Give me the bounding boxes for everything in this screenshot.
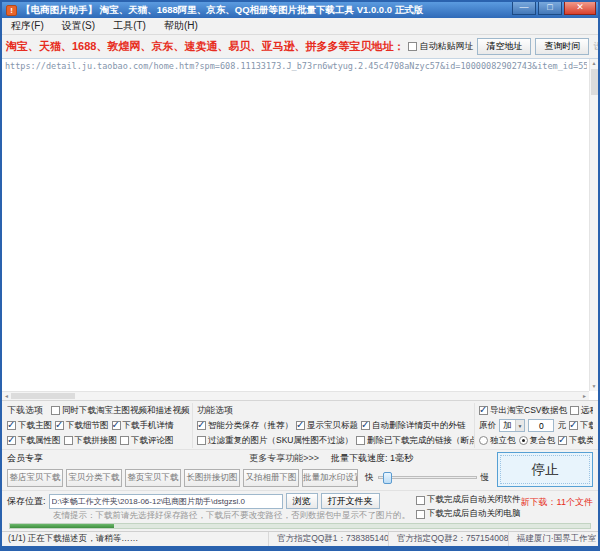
save-path-input[interactable] xyxy=(49,494,283,509)
checkbox-icon[interactable] xyxy=(569,421,578,430)
cb-auto-shutdown-pc[interactable]: 下载完成后自动关闭电脑 xyxy=(416,508,521,520)
cb-auto-paste[interactable]: 自动粘贴网址 xyxy=(408,40,473,53)
cb-remove-external-links[interactable]: 自动删除详情页中的外链 xyxy=(361,420,466,432)
cb-phone-detail[interactable]: 下载手机详情 xyxy=(112,420,174,432)
radio-multi-pack[interactable]: 复合包 xyxy=(519,435,556,447)
download-options-title: 下载选项 xyxy=(7,404,43,417)
cb-sale-attr[interactable]: 下载销售属性 xyxy=(569,420,593,432)
cb-delete-finished-links[interactable]: 删除已下载完成的链接（断点续传） xyxy=(356,435,474,447)
cb-export-csv[interactable]: 导出淘宝CSV数据包 xyxy=(479,405,567,417)
cb-filter-duplicates[interactable]: 过滤重复的图片（SKU属性图不过滤） xyxy=(197,435,353,447)
checkbox-icon[interactable] xyxy=(55,421,64,430)
page-download-button[interactable]: 整页宝贝下载 xyxy=(125,469,181,487)
open-folder-button[interactable]: 打开文件夹 xyxy=(321,493,380,509)
checkbox-icon[interactable] xyxy=(416,496,425,505)
price-unit-label: 元 xyxy=(557,420,566,432)
cb-attr-image[interactable]: 下载属性图 xyxy=(7,435,61,447)
url-textarea[interactable]: https://detail.ju.taobao.com/home.htm?sp… xyxy=(2,58,598,401)
checkbox-icon[interactable] xyxy=(361,421,370,430)
price-label: 原价 xyxy=(479,420,496,432)
cb-download-videos[interactable]: 同时下载淘宝主图视频和描述视频 xyxy=(51,405,190,417)
app-icon: ! xyxy=(6,5,17,16)
checkbox-icon[interactable] xyxy=(416,510,425,519)
menu-settings[interactable]: 设置(S) xyxy=(53,19,104,33)
dropdown-arrow-icon[interactable]: ▼ xyxy=(515,420,525,431)
cb-smart-save[interactable]: 智能分类保存（推荐） xyxy=(197,420,293,432)
tip-text: 友情提示：下载前请先选择好保存路径，下载后不要改变路径，否则数据包中显示不了图片… xyxy=(7,510,410,522)
save-path-label: 保存位置: xyxy=(7,495,46,508)
shop-download-button[interactable]: 整店宝贝下载 xyxy=(7,469,63,487)
window-controls: — □ ✕ xyxy=(512,2,596,15)
progress-bar xyxy=(9,523,591,529)
checkbox-icon[interactable] xyxy=(120,436,129,445)
scroll-down-icon[interactable]: ▼ xyxy=(592,382,597,391)
close-icon[interactable]: ✕ xyxy=(564,2,596,15)
checkbox-icon[interactable] xyxy=(7,421,16,430)
checkbox-icon[interactable] xyxy=(197,436,206,445)
slow-label: 慢 xyxy=(481,472,490,484)
title-bar: ! 【电商图片助手】 淘宝、天猫、1688阿里、京东、QQ相册等图片批量下载工具… xyxy=(2,2,598,18)
cb-show-title[interactable]: 显示宝贝标题 xyxy=(296,420,358,432)
cb-comment-image[interactable]: 下载评论图 xyxy=(120,435,174,447)
menu-program[interactable]: 程序(F) xyxy=(2,19,53,33)
status-bar: (1/1) 正在下载描述页，请稍等…… 官方指定QQ群1：738385140 官… xyxy=(2,531,598,546)
window-title: 【电商图片助手】 淘宝、天猫、1688阿里、京东、QQ相册等图片批量下载工具 V… xyxy=(21,4,508,17)
supported-sites-title: 淘宝、天猫、1688、敦煌网、京东、速卖通、易贝、亚马逊、拼多多等宝贝地址： xyxy=(6,39,404,54)
vip-title: 会员专享 xyxy=(7,452,43,465)
maximize-icon[interactable]: □ xyxy=(538,2,562,15)
browse-button[interactable]: 浏览 xyxy=(286,493,318,509)
cb-main-image[interactable]: 下载主图 xyxy=(7,420,52,432)
cb-auto-close-app[interactable]: 下载完成后自动关闭软件 xyxy=(416,494,521,506)
vertical-scrollbar[interactable]: ▲ ▼ xyxy=(589,59,598,391)
stop-button[interactable]: 停止 xyxy=(497,452,593,487)
checkbox-icon[interactable] xyxy=(112,421,121,430)
menu-tools[interactable]: 工具(T) xyxy=(104,19,155,33)
scroll-right-icon[interactable]: ► xyxy=(582,393,587,399)
checkbox-icon[interactable] xyxy=(558,436,567,445)
studio-label: 福建厦门·国界工作室 xyxy=(508,532,598,546)
radio-icon[interactable] xyxy=(519,436,528,445)
yupoo-download-button[interactable]: 又拍相册下图 xyxy=(243,469,299,487)
watermark-settings-button[interactable]: 批量加水印设置 xyxy=(302,469,358,487)
checkbox-icon[interactable] xyxy=(356,436,365,445)
new-downloads-count: 新下载：11个文件 xyxy=(521,493,594,522)
price-op-select[interactable]: 加 ▼ xyxy=(499,419,525,432)
speed-label: 批量下载速度: 1毫秒 xyxy=(331,452,489,465)
horizontal-scrollbar[interactable]: ◄ ► xyxy=(2,391,589,400)
download-options-column: 下载选项 同时下载淘宝主图视频和描述视频 下载主图 下载细节图 下载手机详情 下… xyxy=(7,403,192,448)
checkbox-icon[interactable] xyxy=(408,42,417,51)
checkbox-icon[interactable] xyxy=(64,436,73,445)
function-options-column: 功能选项 智能分类保存（推荐） 显示宝贝标题 自动删除详情页中的外链 过滤重复的… xyxy=(192,403,474,448)
minimize-icon[interactable]: — xyxy=(512,2,536,15)
checkbox-icon[interactable] xyxy=(197,421,206,430)
query-time-button[interactable]: 查询时间 xyxy=(535,38,589,55)
scroll-left-icon[interactable]: ◄ xyxy=(4,393,9,399)
speed-slider[interactable]: 快 慢 xyxy=(365,472,489,484)
stitch-cut-button[interactable]: 长图拼接切图 xyxy=(184,469,240,487)
cb-remote-detail[interactable]: 远程详情图 xyxy=(570,405,593,417)
horizontal-scroll-thumb[interactable] xyxy=(11,393,75,399)
vertical-scroll-thumb[interactable] xyxy=(591,69,598,95)
price-input[interactable] xyxy=(528,419,554,432)
cb-category-attr[interactable]: 下载类目属性 xyxy=(558,435,593,447)
menu-bar: 程序(F) 设置(S) 工具(T) 帮助(H) xyxy=(2,18,598,35)
cb-detail-image[interactable]: 下载细节图 xyxy=(55,420,109,432)
category-download-button[interactable]: 宝贝分类下载 xyxy=(66,469,122,487)
settings-link[interactable]: 设置 xyxy=(593,40,598,53)
checkbox-icon[interactable] xyxy=(296,421,305,430)
checkbox-icon[interactable] xyxy=(479,406,488,415)
more-features-link[interactable]: 更多专享功能>>> xyxy=(249,452,319,465)
checkbox-icon[interactable] xyxy=(7,436,16,445)
radio-single-pack[interactable]: 独立包 xyxy=(479,435,516,447)
url-text[interactable]: https://detail.ju.taobao.com/home.htm?sp… xyxy=(5,61,587,71)
slider-thumb[interactable] xyxy=(383,472,392,484)
header-row: 淘宝、天猫、1688、敦煌网、京东、速卖通、易贝、亚马逊、拼多多等宝贝地址： 自… xyxy=(2,35,598,58)
scroll-up-icon[interactable]: ▲ xyxy=(592,59,597,68)
cb-stitch-image[interactable]: 下载拼接图 xyxy=(64,435,118,447)
radio-icon[interactable] xyxy=(479,436,488,445)
checkbox-icon[interactable] xyxy=(51,406,60,415)
clear-url-button[interactable]: 清空地址 xyxy=(477,38,531,55)
slider-track[interactable] xyxy=(378,476,477,479)
checkbox-icon[interactable] xyxy=(570,406,579,415)
menu-help[interactable]: 帮助(H) xyxy=(155,19,207,33)
